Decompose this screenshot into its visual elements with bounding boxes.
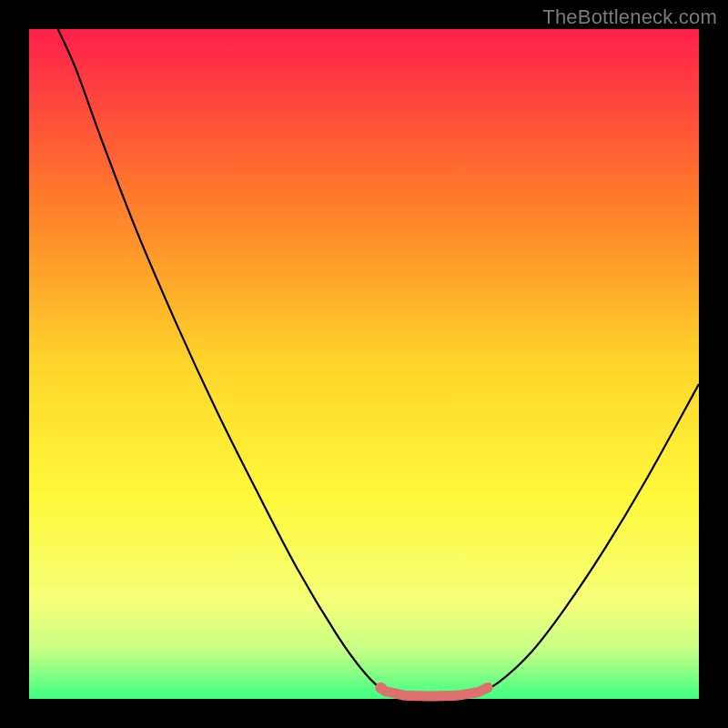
plot-background <box>29 29 699 699</box>
chart-container: TheBottleneck.com <box>0 0 728 728</box>
bottleneck-curve-chart <box>0 0 728 728</box>
sweet-spot-start-marker <box>375 682 386 693</box>
watermark-text: TheBottleneck.com <box>542 5 717 29</box>
